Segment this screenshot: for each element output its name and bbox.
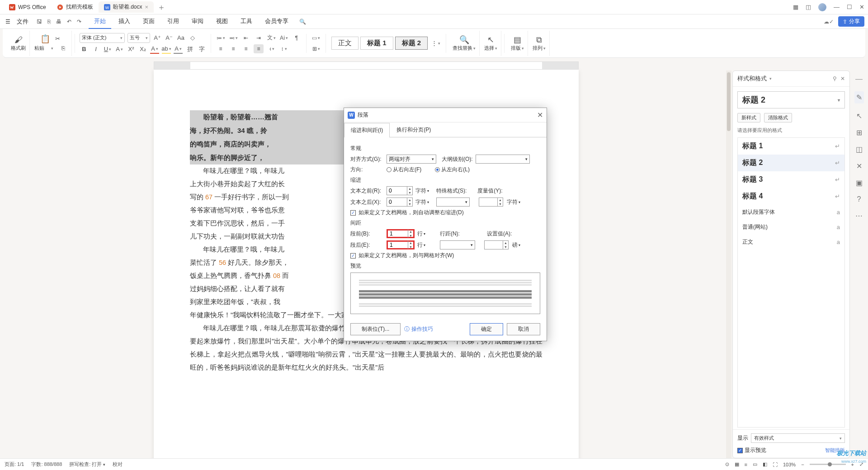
view-tool-icon[interactable]: ▣ (856, 179, 863, 187)
dialog-tab-paging[interactable]: 换行和分页(P) (390, 122, 438, 137)
paste-icon[interactable]: 📋 (40, 34, 50, 44)
outline-select[interactable]: ▾ (476, 155, 530, 164)
maximize-button[interactable]: ☐ (847, 4, 852, 10)
spell-check-status[interactable]: 拼写检查: 打开 ▾ (69, 461, 105, 468)
phonetic-icon[interactable]: 拼 (185, 45, 194, 54)
style-heading2[interactable]: 标题 2 (395, 37, 428, 50)
arrange-label[interactable]: 排列 (533, 45, 546, 52)
undo-icon[interactable]: ↶ (67, 19, 71, 25)
box-icon[interactable]: ◫ (806, 4, 811, 10)
space-after-input[interactable] (388, 242, 408, 248)
dialog-tab-indent[interactable]: 缩进和间距(I) (344, 123, 390, 137)
shape-tool-icon[interactable]: ◫ (856, 145, 863, 154)
space-after-spinner[interactable]: ▲▼ (387, 240, 415, 249)
layout-icon[interactable]: ▤ (514, 35, 521, 45)
style-item[interactable]: 标题 2↵ (738, 155, 844, 171)
new-style-button[interactable]: 新样式 (737, 113, 760, 122)
shading-icon[interactable]: A (174, 45, 183, 54)
print-preview-icon[interactable]: ⎘ (47, 19, 51, 25)
preview-checkbox[interactable]: ✓显示预览 (737, 446, 766, 454)
menu-tab-会员专享[interactable]: 会员专享 (259, 14, 294, 29)
underline-icon[interactable]: U (103, 45, 112, 54)
line-spacing-select[interactable]: ▾ (440, 240, 475, 249)
menu-tab-审阅[interactable]: 审阅 (186, 14, 209, 29)
borders-icon[interactable]: ⊞ (311, 44, 321, 53)
view-read-icon[interactable]: ◧ (763, 461, 767, 467)
enclose-char-icon[interactable]: 字 (197, 45, 206, 54)
superscript-icon[interactable]: X² (127, 45, 136, 54)
panel-close-icon[interactable]: ✕ (840, 75, 845, 82)
set-value-input[interactable] (485, 242, 503, 248)
tabstops-button[interactable]: 制表位(T)... (350, 323, 401, 335)
vertical-scrollbar[interactable] (726, 70, 731, 458)
word-count[interactable]: 字数: 888/888 (31, 461, 62, 468)
menu-tab-工具[interactable]: 工具 (235, 14, 258, 29)
before-text-input[interactable] (387, 188, 407, 194)
distribute-icon[interactable]: ⫞ (266, 44, 276, 53)
collapse-rail-icon[interactable]: — (855, 75, 863, 83)
after-text-input[interactable] (387, 199, 407, 205)
tools-icon[interactable]: ✕ (856, 162, 862, 170)
layout-label[interactable]: 排版 (511, 45, 524, 52)
style-heading1[interactable]: 标题 1 (360, 37, 393, 50)
select-icon[interactable]: ↖ (487, 35, 494, 45)
chinese-layout-icon[interactable]: 文 (266, 33, 276, 42)
avatar-icon[interactable] (818, 3, 826, 11)
print-icon[interactable]: 🖶 (56, 19, 61, 25)
document-tab[interactable]: W 盼望着.docx × (99, 1, 154, 13)
arrange-icon[interactable]: ⧉ (536, 35, 542, 45)
asian-layout-icon[interactable]: Aⅰ (279, 33, 289, 42)
menu-tab-开始[interactable]: 开始 (89, 14, 111, 29)
before-text-spinner[interactable]: ▲▼ (387, 186, 413, 195)
para-shading-icon[interactable]: ▭ (311, 33, 321, 42)
help-icon[interactable]: ? (857, 195, 861, 203)
style-item[interactable]: 标题 4↵ (738, 188, 844, 205)
grid-tool-icon[interactable]: ⊞ (856, 128, 862, 137)
pencil-tool-icon[interactable]: ✎ (854, 91, 864, 103)
bold-icon[interactable]: B (80, 45, 89, 54)
align-right-icon[interactable]: ≡ (241, 44, 251, 53)
find-replace-icon[interactable]: 🔍 (459, 35, 469, 45)
view-outline-icon[interactable]: ≡ (745, 462, 747, 467)
cancel-button[interactable]: 取消 (507, 323, 540, 335)
align-grid-checkbox[interactable]: ✓如果定义了文档网格，则与网格对齐(W) (350, 252, 540, 259)
close-window-button[interactable]: ✕ (859, 4, 864, 10)
after-text-spinner[interactable]: ▲▼ (387, 197, 413, 207)
proof-status[interactable]: 校对 (113, 461, 123, 468)
increase-indent-icon[interactable]: ⇥ (254, 33, 264, 42)
format-painter-icon[interactable]: 🖌 (14, 35, 23, 45)
change-case-icon[interactable]: Aa (176, 33, 185, 42)
metric-input[interactable] (479, 199, 497, 205)
menu-tab-插入[interactable]: 插入 (113, 14, 136, 29)
style-item[interactable]: 标题 3↵ (738, 171, 844, 188)
align-justify-icon[interactable]: ≡ (254, 44, 264, 53)
cut-icon[interactable]: ✂ (53, 34, 62, 43)
show-marks-icon[interactable]: ¶ (292, 33, 302, 42)
grow-font-icon[interactable]: A⁺ (153, 33, 162, 42)
current-style-box[interactable]: 标题 2 ▾ (737, 91, 845, 108)
page-indicator[interactable]: 页面: 1/1 (5, 461, 24, 468)
app-tab[interactable]: WPS Office (4, 2, 52, 12)
font-family-select[interactable]: 宋体 (正文)▾ (80, 33, 125, 43)
hamburger-menu-icon[interactable]: ☰ (4, 17, 12, 27)
shrink-font-icon[interactable]: A⁻ (165, 33, 174, 42)
tips-link[interactable]: ⓘ操作技巧 (404, 325, 433, 333)
ltr-radio[interactable]: 从左向右(L) (435, 166, 470, 174)
zoom-out-icon[interactable]: − (801, 462, 804, 467)
space-before-input[interactable] (388, 230, 408, 237)
metric-spinner[interactable]: ▲▼ (479, 197, 503, 207)
clear-format-icon[interactable]: ◇ (188, 33, 197, 42)
ok-button[interactable]: 确定 (470, 323, 503, 335)
clear-format-button[interactable]: 清除格式 (764, 113, 792, 122)
view-page-icon[interactable]: ▦ (735, 461, 739, 467)
decrease-indent-icon[interactable]: ⇤ (241, 33, 251, 42)
view-fullscreen-icon[interactable]: ⛶ (773, 462, 778, 467)
focus-mode-icon[interactable]: ⊙ (725, 461, 729, 467)
zoom-value[interactable]: 103% (783, 462, 796, 467)
more-icon[interactable]: ⋯ (855, 212, 863, 220)
font-color-icon[interactable]: A (150, 45, 159, 54)
strikethrough-icon[interactable]: A (115, 45, 124, 54)
set-value-spinner[interactable]: ▲▼ (484, 240, 509, 249)
space-before-spinner[interactable]: ▲▼ (387, 229, 415, 238)
add-tab-button[interactable]: ＋ (154, 2, 169, 13)
